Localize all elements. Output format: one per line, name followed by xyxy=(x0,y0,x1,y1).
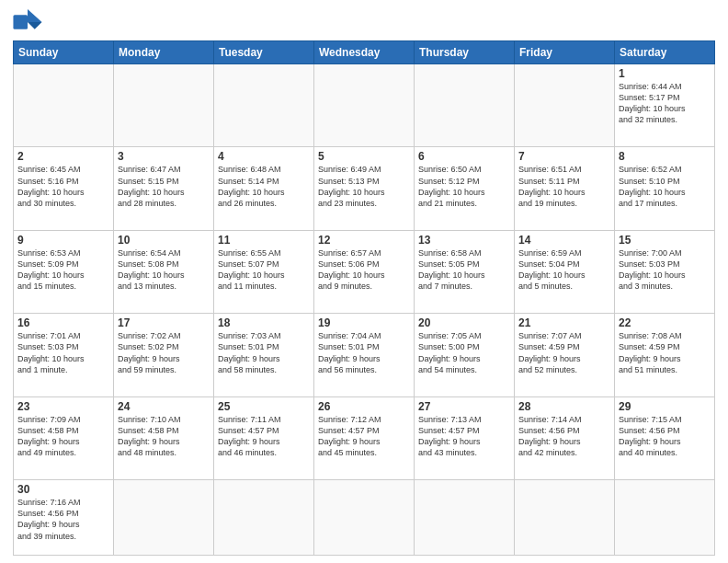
calendar-cell: 15Sunrise: 7:00 AM Sunset: 5:03 PM Dayli… xyxy=(615,230,715,313)
day-number: 25 xyxy=(218,400,310,413)
calendar-cell xyxy=(114,64,214,147)
calendar-cell: 21Sunrise: 7:07 AM Sunset: 4:59 PM Dayli… xyxy=(515,314,615,396)
day-number: 10 xyxy=(118,234,210,247)
svg-rect-0 xyxy=(13,15,28,29)
calendar-cell: 30Sunrise: 7:16 AM Sunset: 4:56 PM Dayli… xyxy=(14,480,114,556)
day-header-tuesday: Tuesday xyxy=(214,41,314,64)
day-info: Sunrise: 6:53 AM Sunset: 5:09 PM Dayligh… xyxy=(17,247,109,293)
day-number: 17 xyxy=(118,316,210,329)
day-info: Sunrise: 7:01 AM Sunset: 5:03 PM Dayligh… xyxy=(17,330,109,375)
day-info: Sunrise: 6:50 AM Sunset: 5:12 PM Dayligh… xyxy=(418,164,510,209)
calendar-cell xyxy=(515,64,615,147)
day-info: Sunrise: 7:13 AM Sunset: 4:57 PM Dayligh… xyxy=(418,414,510,459)
day-number: 6 xyxy=(418,150,510,163)
day-number: 15 xyxy=(619,234,711,247)
day-info: Sunrise: 6:54 AM Sunset: 5:08 PM Dayligh… xyxy=(118,247,210,293)
day-info: Sunrise: 7:02 AM Sunset: 5:02 PM Dayligh… xyxy=(118,330,210,375)
day-number: 7 xyxy=(518,150,610,163)
calendar-cell: 2Sunrise: 6:45 AM Sunset: 5:16 PM Daylig… xyxy=(14,147,114,230)
day-info: Sunrise: 7:16 AM Sunset: 4:56 PM Dayligh… xyxy=(17,497,109,542)
day-number: 27 xyxy=(418,400,510,413)
calendar-cell: 28Sunrise: 7:14 AM Sunset: 4:56 PM Dayli… xyxy=(515,396,615,479)
day-number: 1 xyxy=(619,67,711,80)
week-row-2: 2Sunrise: 6:45 AM Sunset: 5:16 PM Daylig… xyxy=(14,147,715,230)
days-row: SundayMondayTuesdayWednesdayThursdayFrid… xyxy=(14,41,715,64)
day-number: 11 xyxy=(218,234,310,247)
calendar-cell xyxy=(314,64,415,147)
day-number: 24 xyxy=(118,400,210,413)
calendar-cell: 25Sunrise: 7:11 AM Sunset: 4:57 PM Dayli… xyxy=(214,396,314,479)
header xyxy=(13,9,715,35)
day-info: Sunrise: 6:58 AM Sunset: 5:05 PM Dayligh… xyxy=(418,247,510,293)
day-info: Sunrise: 7:12 AM Sunset: 4:57 PM Dayligh… xyxy=(318,414,410,459)
day-number: 30 xyxy=(17,483,109,496)
day-number: 26 xyxy=(318,400,410,413)
calendar-cell xyxy=(615,480,715,556)
day-number: 22 xyxy=(619,316,711,329)
calendar-cell: 18Sunrise: 7:03 AM Sunset: 5:01 PM Dayli… xyxy=(214,314,314,396)
calendar-cell: 14Sunrise: 6:59 AM Sunset: 5:04 PM Dayli… xyxy=(515,230,615,313)
day-info: Sunrise: 6:44 AM Sunset: 5:17 PM Dayligh… xyxy=(619,81,711,126)
calendar-cell: 8Sunrise: 6:52 AM Sunset: 5:10 PM Daylig… xyxy=(615,147,715,230)
calendar-cell: 11Sunrise: 6:55 AM Sunset: 5:07 PM Dayli… xyxy=(214,230,314,313)
calendar-cell xyxy=(214,64,314,147)
calendar-cell xyxy=(214,480,314,556)
day-info: Sunrise: 6:49 AM Sunset: 5:13 PM Dayligh… xyxy=(318,164,410,209)
day-info: Sunrise: 6:45 AM Sunset: 5:16 PM Dayligh… xyxy=(17,164,109,209)
day-header-thursday: Thursday xyxy=(415,41,515,64)
calendar-cell: 26Sunrise: 7:12 AM Sunset: 4:57 PM Dayli… xyxy=(314,396,415,479)
day-number: 19 xyxy=(318,316,410,329)
day-info: Sunrise: 7:03 AM Sunset: 5:01 PM Dayligh… xyxy=(218,330,310,375)
day-number: 12 xyxy=(318,234,410,247)
calendar-cell xyxy=(314,480,415,556)
day-info: Sunrise: 6:47 AM Sunset: 5:15 PM Dayligh… xyxy=(118,164,210,209)
day-number: 28 xyxy=(518,400,610,413)
calendar-cell: 20Sunrise: 7:05 AM Sunset: 5:00 PM Dayli… xyxy=(415,314,515,396)
calendar-cell: 3Sunrise: 6:47 AM Sunset: 5:15 PM Daylig… xyxy=(114,147,214,230)
calendar-cell: 19Sunrise: 7:04 AM Sunset: 5:01 PM Dayli… xyxy=(314,314,415,396)
day-number: 14 xyxy=(518,234,610,247)
calendar-cell: 22Sunrise: 7:08 AM Sunset: 4:59 PM Dayli… xyxy=(615,314,715,396)
day-info: Sunrise: 7:15 AM Sunset: 4:56 PM Dayligh… xyxy=(619,414,711,459)
day-number: 9 xyxy=(17,234,109,247)
day-number: 4 xyxy=(218,150,310,163)
day-number: 23 xyxy=(17,400,109,413)
svg-marker-2 xyxy=(28,22,42,29)
day-info: Sunrise: 6:57 AM Sunset: 5:06 PM Dayligh… xyxy=(318,247,410,293)
calendar-cell: 13Sunrise: 6:58 AM Sunset: 5:05 PM Dayli… xyxy=(415,230,515,313)
day-info: Sunrise: 6:48 AM Sunset: 5:14 PM Dayligh… xyxy=(218,164,310,209)
calendar-cell xyxy=(415,64,515,147)
day-info: Sunrise: 7:11 AM Sunset: 4:57 PM Dayligh… xyxy=(218,414,310,459)
day-header-wednesday: Wednesday xyxy=(314,41,415,64)
day-info: Sunrise: 6:55 AM Sunset: 5:07 PM Dayligh… xyxy=(218,247,310,293)
page: SundayMondayTuesdayWednesdayThursdayFrid… xyxy=(0,0,728,563)
calendar-header: SundayMondayTuesdayWednesdayThursdayFrid… xyxy=(14,41,715,64)
week-row-3: 9Sunrise: 6:53 AM Sunset: 5:09 PM Daylig… xyxy=(14,230,715,313)
calendar-cell: 4Sunrise: 6:48 AM Sunset: 5:14 PM Daylig… xyxy=(214,147,314,230)
calendar-cell: 16Sunrise: 7:01 AM Sunset: 5:03 PM Dayli… xyxy=(14,314,114,396)
week-row-4: 16Sunrise: 7:01 AM Sunset: 5:03 PM Dayli… xyxy=(14,314,715,396)
day-header-saturday: Saturday xyxy=(615,41,715,64)
day-number: 2 xyxy=(17,150,109,163)
day-number: 18 xyxy=(218,316,310,329)
day-info: Sunrise: 7:10 AM Sunset: 4:58 PM Dayligh… xyxy=(118,414,210,459)
calendar-table: SundayMondayTuesdayWednesdayThursdayFrid… xyxy=(13,40,715,556)
logo xyxy=(13,9,46,35)
calendar-cell xyxy=(14,64,114,147)
calendar-body: 1Sunrise: 6:44 AM Sunset: 5:17 PM Daylig… xyxy=(14,64,715,556)
calendar-cell: 17Sunrise: 7:02 AM Sunset: 5:02 PM Dayli… xyxy=(114,314,214,396)
calendar-cell: 24Sunrise: 7:10 AM Sunset: 4:58 PM Dayli… xyxy=(114,396,214,479)
day-info: Sunrise: 6:51 AM Sunset: 5:11 PM Dayligh… xyxy=(518,164,610,209)
calendar-cell: 9Sunrise: 6:53 AM Sunset: 5:09 PM Daylig… xyxy=(14,230,114,313)
day-number: 29 xyxy=(619,400,711,413)
calendar-cell: 1Sunrise: 6:44 AM Sunset: 5:17 PM Daylig… xyxy=(615,64,715,147)
day-info: Sunrise: 7:14 AM Sunset: 4:56 PM Dayligh… xyxy=(518,414,610,459)
day-info: Sunrise: 7:07 AM Sunset: 4:59 PM Dayligh… xyxy=(518,330,610,375)
calendar-cell xyxy=(515,480,615,556)
calendar-cell: 6Sunrise: 6:50 AM Sunset: 5:12 PM Daylig… xyxy=(415,147,515,230)
day-info: Sunrise: 7:09 AM Sunset: 4:58 PM Dayligh… xyxy=(17,414,109,459)
calendar-cell xyxy=(415,480,515,556)
calendar-cell: 12Sunrise: 6:57 AM Sunset: 5:06 PM Dayli… xyxy=(314,230,415,313)
day-header-friday: Friday xyxy=(515,41,615,64)
calendar-cell: 29Sunrise: 7:15 AM Sunset: 4:56 PM Dayli… xyxy=(615,396,715,479)
